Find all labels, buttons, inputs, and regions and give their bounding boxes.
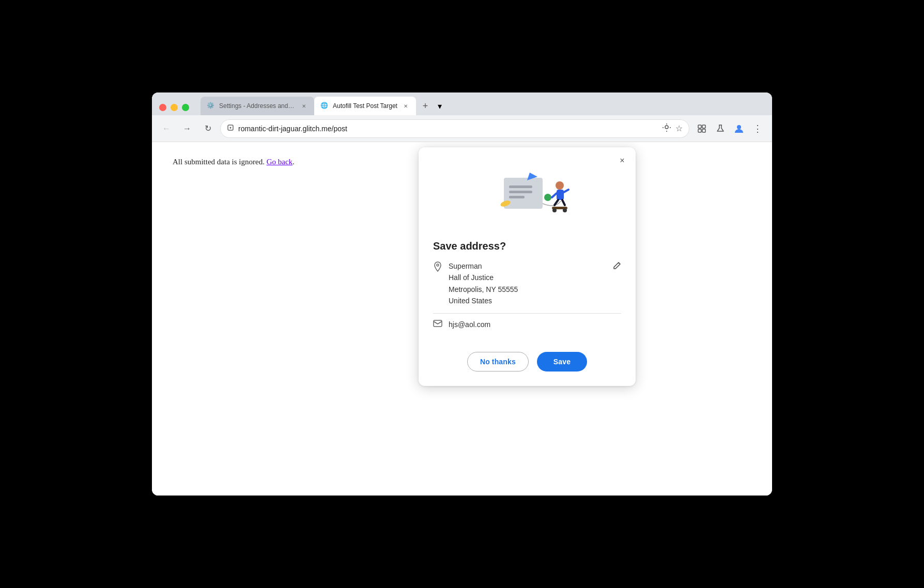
tab-dropdown-button[interactable]: ▾	[433, 99, 447, 113]
location-icon[interactable]	[662, 123, 671, 134]
svg-point-17	[556, 181, 564, 190]
save-address-dialog: ×	[419, 147, 636, 386]
svg-point-3	[665, 126, 668, 129]
autofill-tab-icon: 🌐	[320, 102, 329, 110]
traffic-lights	[152, 97, 196, 111]
toolbar: ← → ↻ romantic-dirt-jaguar.glitch.me/pos…	[152, 115, 772, 142]
svg-line-20	[564, 190, 568, 192]
autofill-tab-title: Autofill Test Post Target	[333, 102, 397, 110]
email-value: hjs@aol.com	[449, 320, 490, 329]
menu-button[interactable]: ⋮	[749, 120, 766, 137]
svg-rect-6	[698, 129, 701, 132]
new-tab-button[interactable]: +	[418, 99, 433, 113]
settings-tab-close[interactable]: ✕	[300, 102, 308, 110]
chrome-top-bar: ⚙️ Settings - Addresses and mo ✕ 🌐 Autof…	[152, 92, 772, 115]
lab-button[interactable]	[712, 120, 729, 137]
browser-window: ⚙️ Settings - Addresses and mo ✕ 🌐 Autof…	[152, 92, 772, 496]
dialog-overlay: ×	[152, 142, 772, 496]
settings-tab-icon: ⚙️	[207, 102, 215, 110]
back-button[interactable]: ←	[158, 120, 175, 137]
svg-point-25	[563, 208, 567, 212]
email-section: hjs@aol.com	[433, 320, 621, 329]
edit-address-button[interactable]	[613, 261, 621, 272]
forward-icon: →	[183, 124, 191, 133]
save-button[interactable]: Save	[537, 352, 587, 372]
reload-button[interactable]: ↻	[199, 120, 216, 137]
address-bar[interactable]: romantic-dirt-jaguar.glitch.me/post ☆	[220, 119, 689, 138]
address-details: Superman Hall of Justice Metropolis, NY …	[449, 260, 607, 307]
svg-line-22	[562, 200, 565, 205]
email-icon	[433, 320, 442, 329]
close-icon: ×	[620, 156, 624, 165]
dialog-body: Save address? Superman Hall of Justice	[419, 232, 636, 342]
address-line2: Metropolis, NY 55555	[449, 284, 607, 295]
autofill-tab-close[interactable]: ✕	[402, 102, 410, 110]
svg-rect-5	[702, 125, 705, 128]
svg-rect-18	[557, 190, 564, 200]
tab-autofill[interactable]: 🌐 Autofill Test Post Target ✕	[314, 97, 416, 115]
svg-rect-4	[698, 125, 701, 128]
address-name: Superman	[449, 260, 607, 272]
dialog-close-button[interactable]: ×	[615, 153, 629, 168]
chrome-ui: ⚙️ Settings - Addresses and mo ✕ 🌐 Autof…	[152, 92, 772, 142]
back-icon: ←	[162, 124, 171, 133]
divider	[433, 313, 621, 314]
forward-button[interactable]: →	[179, 120, 195, 137]
svg-point-24	[552, 208, 557, 212]
address-section: Superman Hall of Justice Metropolis, NY …	[433, 260, 621, 307]
toolbar-right: ⋮	[694, 120, 766, 137]
bookmark-icon[interactable]: ☆	[675, 123, 683, 133]
extensions-button[interactable]	[694, 120, 710, 137]
location-pin-icon	[433, 261, 442, 274]
kebab-icon: ⋮	[753, 123, 763, 134]
url-text: romantic-dirt-jaguar.glitch.me/post	[238, 125, 658, 133]
dialog-illustration	[475, 160, 579, 232]
svg-point-26	[437, 264, 439, 266]
svg-point-9	[737, 125, 741, 129]
page-content: All submitted data is ignored. Go back. …	[152, 142, 772, 496]
address-line3: United States	[449, 295, 607, 306]
close-button[interactable]	[159, 104, 166, 111]
svg-point-16	[544, 194, 551, 201]
address-line1: Hall of Justice	[449, 272, 607, 283]
settings-tab-title: Settings - Addresses and mo	[219, 102, 296, 110]
tab-settings[interactable]: ⚙️ Settings - Addresses and mo ✕	[201, 97, 314, 115]
dialog-title: Save address?	[433, 240, 621, 252]
chevron-down-icon: ▾	[438, 101, 442, 111]
dialog-header: ×	[419, 147, 636, 232]
svg-rect-7	[702, 129, 705, 132]
tab-bar: ⚙️ Settings - Addresses and mo ✕ 🌐 Autof…	[196, 92, 451, 115]
svg-rect-11	[509, 185, 532, 188]
go-back-link[interactable]: Go back	[267, 158, 292, 166]
reload-icon: ↻	[205, 123, 211, 133]
dialog-actions: No thanks Save	[419, 342, 636, 386]
svg-rect-13	[509, 196, 525, 198]
no-thanks-button[interactable]: No thanks	[467, 352, 529, 372]
security-icon	[227, 124, 234, 133]
minimize-button[interactable]	[171, 104, 178, 111]
profile-button[interactable]	[731, 120, 747, 137]
svg-rect-12	[509, 191, 532, 193]
maximize-button[interactable]	[182, 104, 189, 111]
period: .	[292, 158, 295, 166]
svg-line-19	[552, 193, 557, 197]
